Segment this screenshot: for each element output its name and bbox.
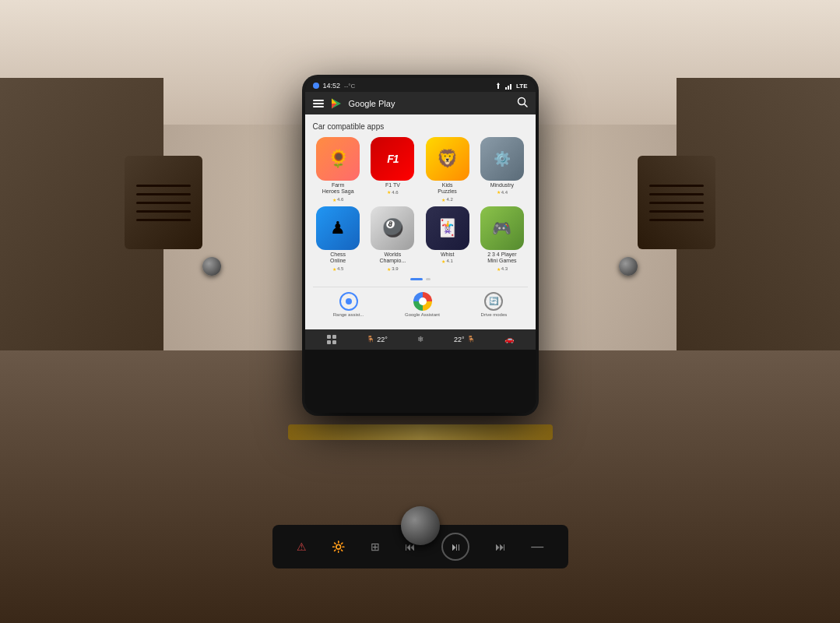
section-title: Car compatible apps [313, 122, 528, 131]
app-mindustry[interactable]: ⚙️ Mindustry ★ 4.4 [476, 137, 527, 202]
volume-button[interactable]: — [531, 540, 543, 554]
app-name-chess-online: ChessOnline [330, 252, 346, 265]
wood-trim [288, 424, 553, 440]
shortcut-google-assistant[interactable]: Google Assistant [405, 292, 440, 317]
app-rating-f1-tv: ★ 4.6 [387, 189, 398, 195]
app-rating-kids-puzzles: ★ 4.2 [441, 197, 452, 202]
app-rating-mini-games: ★ 4.3 [497, 266, 508, 272]
status-dot [313, 83, 319, 89]
status-temp: --°C [344, 83, 355, 90]
climate-temp-right: 22° 🪑 [454, 336, 475, 343]
app-mini-games[interactable]: 🎮 2 3 4 PlayerMini Games ★ 4.3 [476, 206, 527, 272]
app-name-kids-puzzles: KidsPuzzles [438, 182, 457, 195]
svg-rect-0 [497, 85, 499, 89]
app-name-mini-games: 2 3 4 PlayerMini Games [487, 252, 516, 265]
shortcut-range-assist[interactable]: Range assist... [333, 292, 364, 317]
climate-car: 🚗 [504, 335, 514, 343]
app-icon-farm-heroes: 🌻 [316, 137, 360, 181]
svg-rect-2 [508, 86, 509, 90]
app-rating-whist: ★ 4.1 [441, 259, 452, 264]
google-play-icon [330, 97, 343, 110]
google-assistant-icon [413, 292, 432, 311]
app-bar: Google Play [305, 92, 536, 114]
app-icon-f1-tv: F1 [371, 137, 414, 181]
svg-rect-6 [327, 335, 331, 339]
climate-grid[interactable] [326, 334, 337, 345]
app-name-mindustry: Mindustry [490, 182, 514, 188]
hazard-button[interactable]: ⚠ [297, 540, 307, 553]
climate-fan: ❄ [417, 335, 424, 343]
app-icon-chess-online: ♟ [316, 206, 360, 250]
app-icon-worlds-champ: 🎱 [371, 206, 414, 250]
infotainment-screen[interactable]: 14:52 --°C LTE Google Play [305, 78, 536, 413]
app-icon-kids-puzzles: 🦁 [426, 137, 469, 181]
svg-rect-9 [332, 340, 336, 344]
app-name-worlds-champ: WorldsChampio... [379, 252, 406, 265]
apps-grid-row1: 🌻 FarmHeroes Saga ★ 4.6 F1 F1 TV ★ 4.6 🦁… [313, 137, 528, 202]
app-icon-mini-games: 🎮 [480, 206, 524, 250]
location-icon [494, 82, 502, 90]
app-farm-heroes[interactable]: 🌻 FarmHeroes Saga ★ 4.6 [313, 137, 364, 202]
app-name-f1-tv: F1 TV [385, 182, 400, 188]
app-f1-tv[interactable]: F1 F1 TV ★ 4.6 [367, 137, 418, 202]
drive-modes-icon: 🔄 [484, 292, 503, 311]
svg-rect-7 [332, 335, 336, 339]
lte-label: LTE [516, 83, 528, 90]
status-bar: 14:52 --°C LTE [305, 78, 536, 92]
climate-bar: 🪑 22° ❄ 22° 🪑 🚗 [305, 329, 536, 350]
app-worlds-champ[interactable]: 🎱 WorldsChampio... ★ 3.9 [367, 206, 418, 272]
grid-button[interactable]: ⊞ [371, 540, 380, 553]
svg-line-5 [524, 104, 527, 107]
left-knob[interactable] [202, 257, 221, 276]
forward-button[interactable]: ⏭ [495, 540, 506, 553]
google-assistant-label: Google Assistant [405, 312, 440, 317]
right-knob[interactable] [619, 257, 638, 276]
status-time: 14:52 [323, 82, 341, 90]
center-dial-knob[interactable] [401, 506, 440, 545]
foglight-button[interactable]: 🔆 [332, 540, 345, 553]
app-name-whist: Whist [441, 252, 455, 257]
left-vent [125, 156, 202, 249]
app-rating-farm-heroes: ★ 4.6 [332, 197, 343, 202]
range-assist-label: Range assist... [333, 312, 364, 317]
shortcut-drive-modes[interactable]: 🔄 Drive modes [481, 292, 508, 317]
bottom-shortcuts: Range assist... Google Assistant 🔄 Drive… [313, 287, 528, 322]
main-content: Car compatible apps 🌻 FarmHeroes Saga ★ … [305, 114, 536, 329]
app-icon-whist: 🃏 [426, 206, 469, 250]
app-rating-worlds-champ: ★ 3.9 [387, 266, 398, 272]
app-kids-puzzles[interactable]: 🦁 KidsPuzzles ★ 4.2 [422, 137, 473, 202]
signal-icon [505, 82, 513, 90]
app-name-farm-heroes: FarmHeroes Saga [322, 182, 354, 195]
right-vent [638, 156, 715, 249]
range-assist-icon [339, 292, 358, 311]
drive-modes-label: Drive modes [481, 312, 508, 317]
app-icon-mindustry: ⚙️ [480, 137, 524, 181]
hamburger-menu[interactable] [313, 100, 324, 107]
svg-rect-1 [505, 87, 507, 90]
app-bar-title: Google Play [349, 99, 395, 108]
scroll-dots [313, 278, 528, 280]
svg-rect-3 [510, 84, 511, 90]
app-whist[interactable]: 🃏 Whist ★ 4.1 [422, 206, 473, 272]
app-rating-chess-online: ★ 4.5 [332, 266, 343, 272]
apps-grid-row2: ♟ ChessOnline ★ 4.5 🎱 WorldsChampio... ★… [313, 206, 528, 272]
svg-rect-8 [327, 340, 331, 344]
app-chess-online[interactable]: ♟ ChessOnline ★ 4.5 [313, 206, 364, 272]
search-button[interactable] [517, 97, 528, 110]
app-rating-mindustry: ★ 4.4 [497, 189, 508, 195]
climate-temp-left: 🪑 22° [367, 336, 388, 343]
play-pause-button[interactable]: ⏯ [441, 533, 469, 561]
